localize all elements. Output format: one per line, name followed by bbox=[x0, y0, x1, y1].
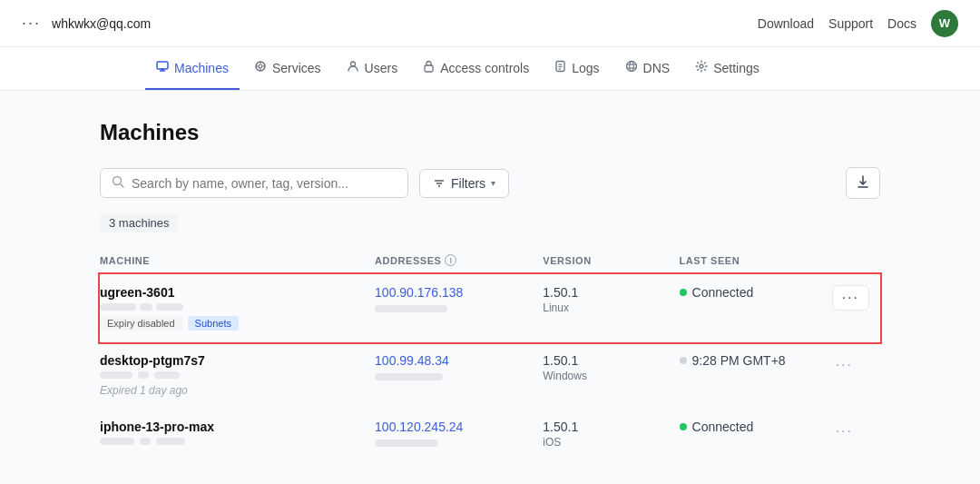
machine-tags: Expired 1 day ago bbox=[100, 384, 353, 397]
top-bar: ··· whkwkx@qq.com Download Support Docs … bbox=[0, 0, 980, 47]
settings-icon bbox=[695, 60, 708, 75]
machine-key bbox=[100, 438, 353, 445]
address-cell: 100.99.48.34 bbox=[364, 342, 532, 409]
machine-name-link[interactable]: desktop-ptgm7s7 bbox=[100, 353, 205, 368]
services-icon bbox=[254, 60, 267, 75]
version-cell: 1.50.1 iOS bbox=[532, 409, 668, 461]
address-link[interactable]: 100.99.48.34 bbox=[375, 353, 449, 368]
version-text: 1.50.1 bbox=[543, 420, 657, 434]
machine-tags: Expiry disabled Subnets bbox=[100, 316, 353, 331]
version-cell: 1.50.1 Linux bbox=[532, 274, 668, 342]
actions-cell: ··· bbox=[821, 342, 880, 409]
svg-point-17 bbox=[629, 62, 632, 72]
page-content: Machines Filters ▾ bbox=[82, 91, 898, 484]
user-email: whkwkx@qq.com bbox=[52, 16, 151, 31]
svg-point-20 bbox=[700, 64, 703, 68]
page-title: Machines bbox=[100, 120, 880, 145]
col-machine: MACHINE bbox=[100, 247, 364, 274]
machine-name-link[interactable]: iphone-13-pro-max bbox=[100, 420, 214, 434]
more-actions-button[interactable]: ··· bbox=[832, 353, 857, 377]
dns-icon bbox=[625, 60, 638, 75]
search-box[interactable] bbox=[100, 168, 408, 198]
tab-settings-label: Settings bbox=[713, 61, 760, 75]
tab-services[interactable]: Services bbox=[243, 47, 332, 90]
version-os: iOS bbox=[543, 436, 657, 449]
status-dot-green bbox=[680, 289, 687, 296]
addr-blur bbox=[375, 305, 447, 312]
tab-machines[interactable]: Machines bbox=[145, 47, 240, 90]
table-row: ugreen-3601 Expiry disabled Subnets 100.… bbox=[100, 274, 880, 342]
top-bar-left: ··· whkwkx@qq.com bbox=[22, 14, 151, 33]
machine-key-blur bbox=[100, 371, 132, 379]
logo-icon: ··· bbox=[22, 14, 41, 33]
tab-services-label: Services bbox=[272, 61, 321, 75]
tab-dns[interactable]: DNS bbox=[614, 47, 681, 90]
version-os: Linux bbox=[543, 301, 657, 314]
support-link[interactable]: Support bbox=[828, 16, 873, 31]
machines-table: MACHINE ADDRESSES i VERSION LAST SEEN ug… bbox=[100, 247, 880, 461]
tag-subnets: Subnets bbox=[188, 316, 239, 331]
more-actions-button[interactable]: ··· bbox=[832, 420, 857, 443]
last-seen-label: 9:28 PM GMT+8 bbox=[692, 353, 786, 368]
more-actions-button[interactable]: ··· bbox=[832, 285, 869, 311]
machine-name-link[interactable]: ugreen-3601 bbox=[100, 285, 174, 300]
address-link[interactable]: 100.120.245.24 bbox=[375, 420, 463, 434]
version-os: Windows bbox=[543, 370, 657, 382]
docs-link[interactable]: Docs bbox=[887, 16, 916, 31]
last-seen-label: Connected bbox=[692, 420, 754, 434]
machine-key-blur-3 bbox=[154, 371, 180, 379]
machine-key-blur-2 bbox=[138, 371, 149, 379]
version-text: 1.50.1 bbox=[543, 353, 657, 368]
last-seen-cell: Connected bbox=[669, 274, 821, 342]
download-icon bbox=[856, 174, 870, 189]
version-cell: 1.50.1 Windows bbox=[532, 342, 668, 409]
tab-users-label: Users bbox=[365, 61, 398, 75]
version-text: 1.50.1 bbox=[543, 285, 657, 300]
filters-button[interactable]: Filters ▾ bbox=[419, 169, 509, 198]
users-icon bbox=[347, 60, 359, 75]
search-input[interactable] bbox=[132, 176, 397, 191]
tab-settings[interactable]: Settings bbox=[684, 47, 770, 90]
address-link[interactable]: 100.90.176.138 bbox=[375, 285, 463, 300]
status-offline: 9:28 PM GMT+8 bbox=[680, 353, 810, 368]
addresses-info-icon[interactable]: i bbox=[445, 254, 456, 266]
last-seen-label: Connected bbox=[692, 285, 754, 300]
machine-key-blur-2 bbox=[140, 303, 152, 311]
tab-logs-label: Logs bbox=[572, 61, 599, 75]
addr-blur bbox=[375, 373, 443, 380]
machine-key bbox=[100, 371, 353, 379]
table-header-row: MACHINE ADDRESSES i VERSION LAST SEEN bbox=[100, 247, 880, 274]
svg-point-10 bbox=[350, 62, 355, 66]
filters-chevron-icon: ▾ bbox=[491, 178, 495, 188]
addr-blur bbox=[375, 440, 438, 447]
col-addresses: ADDRESSES i bbox=[364, 247, 532, 274]
svg-rect-11 bbox=[425, 65, 433, 72]
svg-line-22 bbox=[121, 184, 124, 188]
avatar[interactable]: W bbox=[931, 10, 958, 37]
top-bar-right: Download Support Docs W bbox=[758, 10, 958, 37]
machine-key-blur-3 bbox=[156, 303, 183, 311]
tab-users[interactable]: Users bbox=[336, 47, 409, 90]
svg-point-5 bbox=[259, 64, 262, 68]
tab-access-controls-label: Access controls bbox=[440, 61, 529, 75]
tab-access-controls[interactable]: Access controls bbox=[412, 47, 540, 90]
table-row: iphone-13-pro-max 100.120.245.24 1.50.1 … bbox=[100, 409, 880, 461]
addresses-header: ADDRESSES i bbox=[375, 254, 456, 266]
download-button[interactable] bbox=[846, 167, 880, 199]
tag-expired: Expired 1 day ago bbox=[100, 384, 188, 397]
actions-cell: ··· bbox=[821, 274, 880, 342]
machine-key bbox=[100, 303, 353, 311]
tab-nav: Machines Services Users bbox=[0, 47, 980, 91]
svg-rect-0 bbox=[157, 62, 168, 69]
last-seen-cell: 9:28 PM GMT+8 bbox=[669, 342, 821, 409]
logs-icon bbox=[554, 60, 566, 75]
lock-icon bbox=[423, 60, 435, 75]
address-cell: 100.120.245.24 bbox=[364, 409, 532, 461]
machine-name-cell: iphone-13-pro-max bbox=[100, 409, 364, 461]
download-link[interactable]: Download bbox=[758, 16, 814, 31]
status-dot-green bbox=[680, 423, 687, 430]
tab-logs[interactable]: Logs bbox=[544, 47, 610, 90]
tab-machines-label: Machines bbox=[174, 61, 229, 75]
filter-icon bbox=[433, 177, 446, 190]
toolbar: Filters ▾ bbox=[100, 167, 880, 199]
